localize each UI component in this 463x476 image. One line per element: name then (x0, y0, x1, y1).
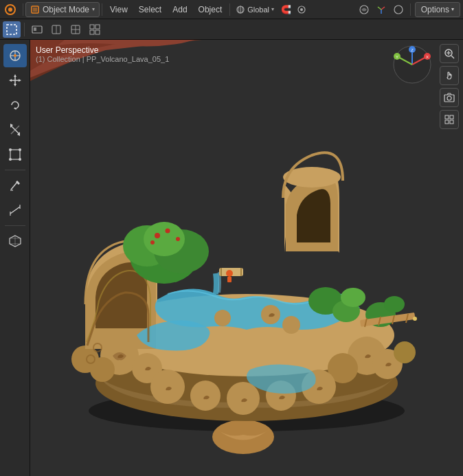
svg-rect-25 (95, 30, 100, 34)
svg-rect-23 (95, 25, 100, 29)
svg-rect-16 (34, 27, 36, 31)
add-cube-btn[interactable] (3, 229, 27, 253)
svg-point-69 (190, 381, 221, 411)
view-side-icon[interactable] (47, 21, 65, 38)
menu-add[interactable]: Add (167, 2, 192, 17)
select-tools-group (3, 21, 21, 38)
svg-point-81 (155, 233, 160, 238)
global-arrow: ▾ (271, 6, 274, 12)
tool-sep-1 (24, 23, 25, 36)
view-side-svg (50, 23, 63, 36)
measure-icon (8, 203, 22, 217)
snap-icon[interactable]: 🧲 (278, 2, 293, 17)
svg-rect-41 (10, 150, 20, 159)
viewport[interactable]: User Perspective (1) Collection | PP_Vol… (30, 40, 463, 476)
left-sep-1 (5, 170, 25, 170)
measure-tool-btn[interactable] (3, 199, 27, 222)
quad-view-svg (89, 23, 101, 36)
svg-rect-118 (445, 120, 449, 124)
svg-point-88 (341, 288, 365, 307)
blender-engine-icon[interactable] (3, 2, 18, 17)
scale-tool-btn[interactable] (3, 118, 27, 141)
global-dropdown[interactable]: Global ▾ (232, 2, 278, 17)
cube-icon (8, 234, 22, 248)
transform-icon (8, 148, 22, 161)
transform-tool-btn[interactable] (3, 143, 27, 166)
viewport-shading-icon[interactable] (391, 2, 406, 17)
svg-point-82 (166, 229, 170, 234)
svg-point-83 (176, 237, 180, 241)
right-viewport-tools (440, 44, 459, 129)
select-box-icon[interactable] (3, 21, 21, 38)
svg-point-70 (227, 382, 260, 415)
svg-line-10 (381, 7, 385, 10)
gizmo-svg-widget[interactable]: Z X Y (392, 44, 433, 85)
divider-3 (229, 3, 230, 16)
zoom-icon-btn[interactable] (440, 44, 459, 63)
view-top-svg (69, 23, 82, 36)
svg-point-68 (150, 370, 185, 404)
divider-2 (102, 3, 102, 16)
svg-point-67 (394, 341, 416, 363)
proportional-icon (297, 5, 306, 14)
svg-point-100 (282, 316, 300, 334)
cursor-tool-btn[interactable] (3, 44, 27, 67)
mode-icon (30, 5, 40, 14)
move-icon (8, 73, 22, 87)
left-toolbar (0, 40, 30, 476)
svg-point-115 (447, 96, 451, 100)
svg-point-29 (14, 54, 16, 57)
top-menu-bar: Object Mode ▾ View Select Add Object Glo… (0, 0, 463, 19)
global-label: Global (247, 5, 269, 14)
svg-line-11 (378, 7, 381, 10)
menu-select[interactable]: Select (133, 2, 167, 17)
quad-view-icon[interactable] (86, 21, 104, 38)
divider-1 (23, 3, 23, 16)
move-tool-btn[interactable] (3, 69, 27, 92)
object-mode-dropdown[interactable]: Object Mode ▾ (25, 2, 100, 17)
svg-point-45 (19, 158, 21, 161)
svg-rect-22 (90, 25, 94, 29)
rotate-tool-btn[interactable] (3, 93, 27, 117)
svg-marker-35 (19, 79, 21, 82)
y-axis-label: Y (396, 55, 398, 59)
options-button[interactable]: Options ▾ (415, 2, 460, 17)
transform-icons: Global ▾ 🧲 (232, 2, 309, 17)
svg-rect-116 (445, 115, 449, 119)
svg-point-84 (150, 240, 155, 245)
svg-marker-32 (14, 74, 16, 77)
svg-point-90 (226, 270, 233, 277)
annotate-tool-btn[interactable] (3, 174, 27, 197)
hand-icon-btn[interactable] (440, 66, 459, 85)
view-front-svg (31, 23, 43, 36)
svg-point-42 (9, 148, 12, 151)
mode-arrow: ▾ (92, 6, 95, 12)
menu-object[interactable]: Object (193, 2, 228, 17)
svg-point-8 (300, 8, 303, 11)
rotate-icon (8, 98, 22, 112)
navigation-gizmo[interactable]: Z X Y (392, 44, 433, 85)
grid-icon-btn[interactable] (440, 110, 459, 129)
view-top-icon[interactable] (67, 21, 84, 38)
header-right: Options ▾ (357, 2, 463, 17)
camera-icon-btn[interactable] (440, 88, 459, 107)
menu-view[interactable]: View (104, 2, 133, 17)
grid-icon (444, 114, 455, 125)
svg-point-13 (394, 5, 403, 14)
gizmo-icon[interactable] (374, 2, 389, 17)
scene-svg (30, 40, 463, 476)
svg-point-99 (214, 310, 231, 326)
svg-point-1 (8, 8, 12, 12)
svg-rect-14 (7, 25, 16, 34)
z-axis-label: Z (411, 48, 414, 52)
scale-icon (8, 123, 22, 137)
svg-line-111 (451, 56, 454, 58)
view-front-icon[interactable] (28, 21, 46, 38)
svg-marker-33 (14, 84, 16, 87)
overlay-icon[interactable] (357, 2, 372, 17)
shading-svg (393, 4, 404, 15)
svg-point-43 (19, 148, 21, 151)
proportional-edit-icon[interactable] (294, 2, 309, 17)
x-axis-label: X (426, 55, 429, 59)
gizmo-svg (376, 4, 387, 15)
